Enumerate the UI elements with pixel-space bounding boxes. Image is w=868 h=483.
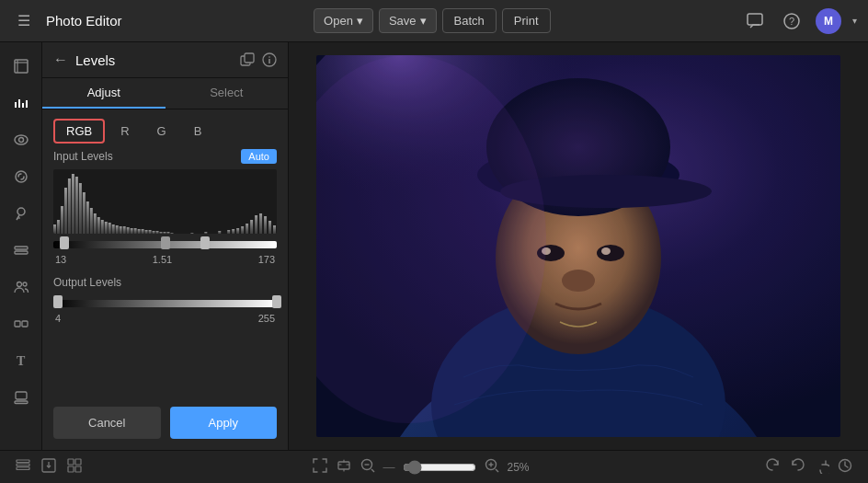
- back-button[interactable]: ←: [53, 52, 68, 68]
- zoom-in-icon-small[interactable]: —: [383, 460, 395, 474]
- fit-icon[interactable]: [336, 457, 352, 477]
- output-levels-section: Output Levels 4 255: [42, 276, 288, 335]
- export-icon[interactable]: [40, 457, 57, 477]
- svg-rect-61: [170, 233, 173, 234]
- open-button[interactable]: Open ▾: [314, 8, 373, 33]
- svg-rect-3: [15, 60, 28, 73]
- bottom-left: [15, 457, 83, 477]
- svg-rect-43: [105, 222, 108, 234]
- svg-rect-40: [94, 213, 97, 234]
- svg-rect-54: [145, 230, 148, 234]
- grid-icon[interactable]: [66, 457, 83, 477]
- svg-point-11: [18, 138, 23, 143]
- toolbar-stamp-icon[interactable]: [5, 381, 38, 414]
- svg-rect-0: [748, 14, 762, 25]
- input-max-handle[interactable]: [200, 236, 210, 249]
- svg-point-12: [16, 171, 27, 182]
- tab-select[interactable]: Select: [166, 78, 289, 109]
- svg-point-18: [23, 282, 27, 286]
- svg-rect-97: [68, 459, 74, 465]
- input-max-value: 173: [258, 254, 275, 265]
- channel-g-tab[interactable]: G: [145, 119, 178, 144]
- svg-rect-56: [153, 231, 155, 234]
- svg-rect-74: [268, 221, 271, 234]
- toolbar-levels-icon[interactable]: [5, 86, 38, 120]
- topbar-left: ☰ Photo Editor: [11, 8, 122, 34]
- svg-line-104: [371, 469, 374, 472]
- svg-rect-22: [16, 392, 27, 399]
- toolbar-people-icon[interactable]: [5, 270, 38, 304]
- output-max-value: 255: [258, 313, 275, 324]
- print-button[interactable]: Print: [502, 8, 551, 33]
- channel-rgb-tab[interactable]: RGB: [53, 119, 105, 144]
- toolbar-text-icon[interactable]: T: [5, 344, 38, 377]
- zoom-out-icon[interactable]: [360, 457, 376, 477]
- svg-rect-99: [68, 466, 74, 472]
- output-values: 4 255: [53, 313, 277, 324]
- hamburger-menu-button[interactable]: ☰: [11, 8, 37, 34]
- toolbar-eye-icon[interactable]: [5, 123, 38, 156]
- svg-rect-16: [15, 251, 28, 254]
- undo-icon[interactable]: [789, 457, 805, 477]
- svg-rect-71: [255, 215, 257, 234]
- input-slider[interactable]: [53, 236, 277, 250]
- svg-text:T: T: [17, 354, 26, 368]
- zoom-in-icon[interactable]: [484, 457, 500, 477]
- svg-rect-60: [166, 232, 169, 234]
- svg-line-108: [496, 469, 498, 472]
- rotate-icon[interactable]: [765, 457, 782, 477]
- zoom-slider[interactable]: [403, 460, 476, 475]
- input-mid-handle[interactable]: [161, 236, 170, 249]
- info-icon-button[interactable]: [262, 52, 277, 67]
- duplicate-icon-button[interactable]: [240, 52, 255, 67]
- chat-icon: [747, 13, 763, 29]
- svg-rect-25: [245, 53, 254, 63]
- toolbar-layers-icon[interactable]: [5, 234, 38, 267]
- toolbar-effects-icon[interactable]: [5, 160, 38, 193]
- chat-icon-button[interactable]: [742, 8, 768, 34]
- bottom-right: [765, 457, 853, 477]
- svg-rect-92: [17, 464, 29, 466]
- panel-tabs: Adjust Select: [42, 78, 288, 109]
- svg-rect-29: [53, 224, 56, 234]
- history-icon[interactable]: [837, 457, 853, 477]
- panel-title: Levels: [75, 52, 233, 68]
- photo-container: [316, 55, 840, 437]
- topbar-right: ? M ▾: [742, 8, 857, 34]
- fullscreen-icon[interactable]: [312, 457, 328, 477]
- svg-rect-93: [17, 467, 29, 470]
- toolbar-brush-icon[interactable]: [5, 197, 38, 230]
- svg-rect-20: [22, 321, 28, 327]
- channel-r-tab[interactable]: R: [108, 119, 141, 144]
- channel-b-tab[interactable]: B: [182, 119, 214, 144]
- toolbar-geometry-icon[interactable]: [5, 307, 38, 340]
- cancel-button[interactable]: Cancel: [53, 407, 161, 439]
- topbar-center: Open ▾ Save ▾ Batch Print: [122, 8, 742, 33]
- redo-icon[interactable]: [813, 457, 829, 477]
- output-min-handle[interactable]: [53, 295, 63, 308]
- svg-rect-23: [15, 401, 28, 404]
- input-min-handle[interactable]: [60, 236, 69, 249]
- svg-point-10: [15, 135, 28, 144]
- apply-button[interactable]: Apply: [170, 407, 278, 439]
- avatar[interactable]: M: [816, 8, 841, 34]
- output-max-handle[interactable]: [272, 295, 281, 308]
- auto-button[interactable]: Auto: [241, 149, 277, 164]
- tab-adjust[interactable]: Adjust: [42, 78, 166, 109]
- duplicate-icon: [240, 52, 255, 67]
- svg-rect-47: [120, 226, 122, 234]
- svg-rect-39: [90, 208, 93, 234]
- batch-button[interactable]: Batch: [442, 8, 497, 33]
- svg-rect-63: [204, 232, 207, 234]
- avatar-chevron-icon[interactable]: ▾: [852, 16, 857, 26]
- save-button[interactable]: Save ▾: [379, 8, 437, 33]
- help-icon-button[interactable]: ?: [779, 8, 805, 34]
- output-levels-label-row: Output Levels: [53, 276, 277, 289]
- action-buttons: Cancel Apply: [42, 396, 288, 450]
- svg-rect-65: [227, 230, 230, 234]
- output-slider[interactable]: [53, 294, 277, 309]
- svg-rect-67: [236, 228, 239, 234]
- layers-bottom-icon[interactable]: [15, 457, 31, 477]
- output-levels-label: Output Levels: [53, 276, 121, 289]
- toolbar-crop-icon[interactable]: [5, 50, 38, 83]
